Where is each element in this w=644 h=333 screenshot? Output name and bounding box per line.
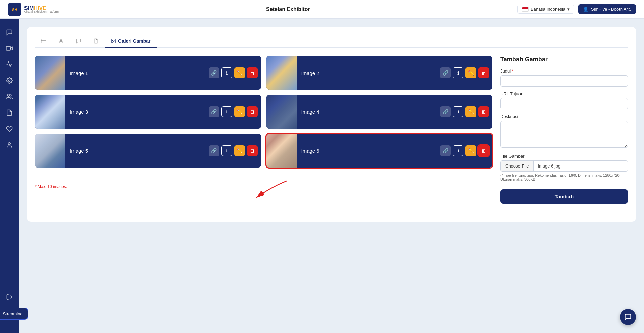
gallery-item-6: Image 6 🔗 ℹ ✏️ 🗑 [266, 134, 493, 168]
link-btn-4[interactable]: 🔗 [440, 106, 451, 117]
tab-document[interactable] [87, 35, 105, 48]
gallery-actions-2: 🔗 ℹ ✏️ 🗑 [440, 67, 492, 78]
gallery-item-1: Image 1 🔗 ℹ ✏️ 🗑 [35, 56, 261, 90]
user-icon: 👤 [583, 7, 588, 12]
gallery-item-2: Image 2 🔗 ℹ ✏️ 🗑 [266, 56, 493, 90]
svg-point-6 [8, 143, 11, 145]
flag-icon [522, 7, 529, 12]
info-btn-1[interactable]: ℹ [221, 67, 232, 78]
info-btn-5[interactable]: ℹ [221, 145, 232, 156]
link-btn-5[interactable]: 🔗 [209, 145, 219, 156]
streaming-button[interactable]: Streaming [0, 308, 28, 320]
main-layout: Streaming Ga [0, 19, 644, 333]
choose-file-button[interactable]: Choose File [501, 161, 534, 171]
sidebar-item-logout[interactable] [3, 290, 16, 304]
link-btn-1[interactable]: 🔗 [209, 67, 219, 78]
tab-gallery[interactable]: Galeri Gambar [105, 35, 157, 48]
delete-btn-3[interactable]: 🗑 [247, 106, 258, 117]
tab-booth[interactable] [35, 35, 52, 48]
edit-btn-5[interactable]: ✏️ [234, 145, 245, 156]
judul-input[interactable] [500, 75, 628, 87]
sidebar-item-chat[interactable] [3, 26, 16, 39]
main-content: Galeri Gambar Image 1 🔗 ℹ [19, 19, 644, 333]
svg-point-4 [9, 80, 10, 82]
sidebar-item-video[interactable] [3, 42, 16, 55]
sidebar-item-settings[interactable] [3, 74, 16, 87]
tab-profile[interactable] [52, 35, 70, 48]
gallery-thumb-5 [35, 134, 65, 168]
gallery-item-title-2: Image 2 [297, 70, 440, 76]
panel-title: Tambah Gambar [500, 56, 628, 63]
gallery-item-5: Image 5 🔗 ℹ ✏️ 🗑 [35, 134, 261, 168]
delete-btn-4[interactable]: 🗑 [478, 106, 489, 117]
sidebar-bottom: Streaming [0, 290, 28, 326]
sidebar-item-users[interactable] [3, 90, 16, 103]
deskripsi-textarea[interactable] [500, 121, 628, 148]
gallery-grid: Image 1 🔗 ℹ ✏️ 🗑 Image 2 [35, 56, 492, 168]
file-name-display: Image 6.jpg [534, 161, 628, 171]
content-card: Galeri Gambar Image 1 🔗 ℹ [27, 27, 636, 222]
info-btn-3[interactable]: ℹ [221, 106, 232, 117]
chat-bubble-button[interactable] [620, 309, 636, 325]
delete-btn-6[interactable]: 🗑 [478, 145, 489, 156]
user-menu-button[interactable]: 👤 SimHive - Booth A45 [578, 4, 636, 14]
logo-subtitle: Virtual Exhibition Platform [24, 10, 59, 13]
tab-gallery-label: Galeri Gambar [118, 38, 151, 44]
delete-btn-1[interactable]: 🗑 [247, 67, 258, 78]
tab-chat[interactable] [70, 35, 87, 48]
svg-point-5 [7, 94, 10, 97]
gallery-item-4: Image 4 🔗 ℹ ✏️ 🗑 [266, 95, 493, 129]
edit-btn-6[interactable]: ✏️ [465, 145, 476, 156]
edit-btn-2[interactable]: ✏️ [465, 67, 476, 78]
chevron-down-icon: ▾ [567, 7, 570, 12]
svg-point-8 [0, 312, 0, 316]
tab-bar: Galeri Gambar [35, 35, 628, 48]
svg-marker-2 [10, 47, 12, 50]
file-label: File Gambar [500, 154, 628, 159]
sidebar-item-heart[interactable] [3, 122, 16, 136]
sidebar-item-chart[interactable] [3, 58, 16, 71]
streaming-label: Streaming [3, 311, 22, 316]
info-btn-6[interactable]: ℹ [453, 145, 463, 156]
gallery-item-title-6: Image 6 [297, 148, 440, 154]
edit-btn-4[interactable]: ✏️ [465, 106, 476, 117]
file-input-wrapper: Choose File Image 6.jpg [500, 160, 628, 172]
submit-button[interactable]: Tambah [500, 189, 628, 204]
language-selector[interactable]: Bahasa Indonesia ▾ [517, 5, 574, 14]
logo-text-area: SIMHIVE Virtual Exhibition Platform [24, 5, 59, 13]
content-area: Image 1 🔗 ℹ ✏️ 🗑 Image 2 [35, 56, 628, 211]
edit-btn-3[interactable]: ✏️ [234, 106, 245, 117]
info-btn-2[interactable]: ℹ [453, 67, 463, 78]
delete-btn-2[interactable]: 🗑 [478, 67, 489, 78]
gallery-section: Image 1 🔗 ℹ ✏️ 🗑 Image 2 [35, 56, 492, 211]
header-right: Bahasa Indonesia ▾ 👤 SimHive - Booth A45 [517, 4, 636, 14]
link-btn-3[interactable]: 🔗 [209, 106, 219, 117]
gallery-actions-4: 🔗 ℹ ✏️ 🗑 [440, 106, 492, 117]
gallery-actions-6: 🔗 ℹ ✏️ 🗑 [440, 145, 492, 156]
url-input[interactable] [500, 98, 628, 109]
url-field-group: URL Tujuan [500, 91, 628, 109]
gallery-actions-1: 🔗 ℹ ✏️ 🗑 [209, 67, 261, 78]
svg-rect-3 [6, 46, 10, 50]
url-label: URL Tujuan [500, 91, 628, 96]
sidebar-item-document[interactable] [3, 106, 16, 120]
language-label: Bahasa Indonesia [531, 7, 565, 12]
judul-field-group: Judul * [500, 68, 628, 87]
gallery-thumb-6 [266, 134, 297, 168]
info-btn-4[interactable]: ℹ [453, 106, 463, 117]
delete-btn-5[interactable]: 🗑 [247, 145, 258, 156]
gallery-item-title-1: Image 1 [65, 70, 209, 76]
page-title: Setelan Exhibitor [266, 6, 310, 12]
gallery-actions-3: 🔗 ℹ ✏️ 🗑 [209, 106, 261, 117]
svg-text:SH: SH [12, 8, 17, 12]
gallery-thumb-4 [266, 95, 297, 129]
sidebar-item-person[interactable] [3, 138, 16, 152]
gallery-item-title-5: Image 5 [65, 148, 209, 154]
arrow-svg [236, 178, 303, 204]
link-btn-6[interactable]: 🔗 [440, 145, 451, 156]
edit-btn-1[interactable]: ✏️ [234, 67, 245, 78]
judul-required: * [512, 68, 514, 74]
link-btn-2[interactable]: 🔗 [440, 67, 451, 78]
deskripsi-label: Deskripsi [500, 114, 628, 119]
judul-label: Judul * [500, 68, 628, 74]
